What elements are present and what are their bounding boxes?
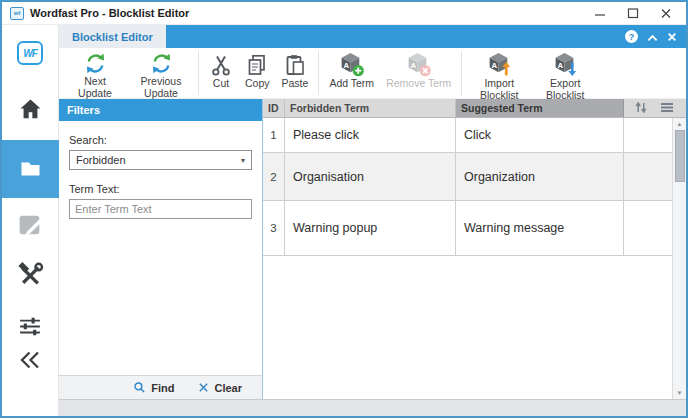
filters-panel: Filters Search: Forbidden ▾ Term Text: xyxy=(59,99,263,399)
minimize-button[interactable] xyxy=(594,7,606,19)
copy-icon xyxy=(245,51,269,78)
cell-forbidden-term[interactable]: Please click xyxy=(285,118,456,152)
search-icon xyxy=(133,381,146,394)
scroll-down-icon[interactable]: ▼ xyxy=(677,388,683,399)
cell-id: 3 xyxy=(263,201,285,255)
cell-forbidden-term[interactable]: Warning popup xyxy=(285,201,456,255)
table-row[interactable]: 1 Please click Click xyxy=(263,118,672,153)
cell-id: 1 xyxy=(263,118,285,152)
previous-update-button[interactable]: Previous Update xyxy=(128,48,194,98)
filters-footer: Find Clear xyxy=(59,375,262,399)
cell-suggested-term[interactable]: Organization xyxy=(456,153,624,200)
copy-label: Copy xyxy=(245,78,270,90)
paste-button[interactable]: Paste xyxy=(276,48,315,98)
cell-forbidden-term[interactable]: Organisation xyxy=(285,153,456,200)
settings-sliders-icon xyxy=(17,314,43,339)
export-blocklist-label: Export Blocklist xyxy=(538,78,592,102)
app-window: wf Wordfast Pro - Blocklist Editor WF xyxy=(0,0,688,418)
column-header-id[interactable]: ID xyxy=(263,99,285,117)
search-label: Search: xyxy=(69,134,252,146)
chevron-up-icon xyxy=(647,34,658,42)
svg-text:A: A xyxy=(344,61,350,70)
table-row[interactable]: 3 Warning popup Warning message xyxy=(263,201,672,256)
clear-x-icon xyxy=(198,382,209,393)
chevron-down-icon: ▾ xyxy=(241,156,245,165)
close-button[interactable] xyxy=(660,7,672,19)
remove-term-button[interactable]: A Remove Term xyxy=(380,48,457,98)
remove-term-cube-icon: A xyxy=(405,51,432,78)
blocklist-table: ID Forbidden Term Suggested Term xyxy=(263,99,686,399)
edit-compose-icon xyxy=(16,210,45,239)
vertical-scrollbar[interactable]: ▲ ▼ xyxy=(672,118,686,399)
add-term-cube-icon: A xyxy=(338,51,365,78)
cut-button[interactable]: Cut xyxy=(203,48,239,98)
export-blocklist-button[interactable]: A Export Blocklist xyxy=(532,48,598,98)
column-header-suggested-term[interactable]: Suggested Term xyxy=(456,99,624,117)
toolbar-separator xyxy=(318,51,319,95)
sidebar-item-home[interactable] xyxy=(2,96,59,122)
cell-suggested-term[interactable]: Warning message xyxy=(456,201,624,255)
scissors-icon xyxy=(209,51,233,78)
column-menu-icon[interactable] xyxy=(660,102,674,115)
app-icon: wf xyxy=(10,7,24,20)
previous-update-label: Previous Update xyxy=(134,76,188,100)
scroll-up-icon[interactable]: ▲ xyxy=(677,118,683,129)
refresh-icon xyxy=(83,51,108,76)
folder-icon xyxy=(17,157,44,181)
cell-empty xyxy=(624,201,672,255)
find-button[interactable]: Find xyxy=(133,381,174,394)
remove-term-label: Remove Term xyxy=(386,78,451,90)
tab-blocklist-editor[interactable]: Blocklist Editor xyxy=(59,25,166,48)
paste-label: Paste xyxy=(282,78,309,90)
copy-button[interactable]: Copy xyxy=(239,48,276,98)
toolbar: Next Update Previous Update xyxy=(59,48,686,99)
maximize-button[interactable] xyxy=(627,7,639,19)
clear-button[interactable]: Clear xyxy=(198,382,242,394)
sidebar-item-projects-active[interactable] xyxy=(2,140,59,198)
sort-arrows-icon[interactable] xyxy=(633,101,649,116)
refresh-icon xyxy=(149,51,174,76)
svg-text:A: A xyxy=(491,61,497,70)
search-dropdown[interactable]: Forbidden ▾ xyxy=(69,150,252,170)
wordfast-logo-icon: WF xyxy=(17,41,43,65)
sidebar: WF xyxy=(2,25,59,416)
sidebar-collapse-button[interactable] xyxy=(2,348,59,372)
cell-id: 2 xyxy=(263,153,285,200)
scrollbar-thumb[interactable] xyxy=(675,130,685,182)
toolbar-separator xyxy=(461,51,462,95)
term-text-label: Term Text: xyxy=(69,183,252,195)
cut-label: Cut xyxy=(213,78,229,90)
import-blocklist-label: Import Blocklist xyxy=(472,78,526,102)
cell-empty xyxy=(624,153,672,200)
clipboard-icon xyxy=(283,51,307,78)
close-ribbon-icon xyxy=(667,32,677,42)
svg-text:A: A xyxy=(557,61,563,70)
table-header-row: ID Forbidden Term Suggested Term xyxy=(263,99,686,118)
help-icon[interactable]: ? xyxy=(625,30,638,43)
import-blocklist-cube-icon: A xyxy=(486,51,513,78)
close-icon xyxy=(660,7,672,19)
cell-suggested-term[interactable]: Click xyxy=(456,118,624,152)
add-term-button[interactable]: A Add Term xyxy=(323,48,380,98)
sidebar-item-settings[interactable] xyxy=(2,314,59,339)
clear-label: Clear xyxy=(214,382,242,394)
import-blocklist-button[interactable]: A Import Blocklist xyxy=(466,48,532,98)
table-row[interactable]: 2 Organisation Organization xyxy=(263,153,672,201)
term-text-input[interactable] xyxy=(69,199,252,219)
next-update-label: Next Update xyxy=(68,76,122,100)
maximize-icon xyxy=(627,7,639,19)
collapse-ribbon-button[interactable] xyxy=(647,28,658,46)
close-ribbon-button[interactable] xyxy=(667,28,677,46)
sidebar-item-editor[interactable] xyxy=(2,210,59,239)
column-header-forbidden-term[interactable]: Forbidden Term xyxy=(285,99,456,117)
filters-panel-title: Filters xyxy=(59,99,262,121)
cell-empty xyxy=(624,118,672,152)
sidebar-item-tools[interactable] xyxy=(2,262,59,289)
search-dropdown-value: Forbidden xyxy=(76,154,126,166)
title-bar: wf Wordfast Pro - Blocklist Editor xyxy=(2,2,686,25)
status-bar xyxy=(59,399,686,416)
next-update-button[interactable]: Next Update xyxy=(62,48,128,98)
minimize-icon xyxy=(594,7,606,19)
table-body: 1 Please click Click 2 Organisation Orga… xyxy=(263,118,672,399)
window-title: Wordfast Pro - Blocklist Editor xyxy=(30,7,189,19)
